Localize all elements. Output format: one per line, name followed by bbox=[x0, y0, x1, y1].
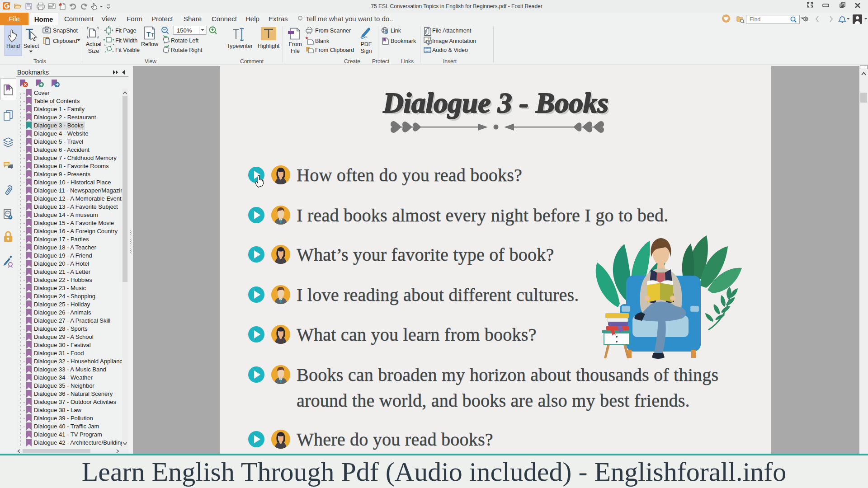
svg-text:Fit Page: Fit Page bbox=[115, 28, 137, 34]
svg-text:From Clipboard: From Clipboard bbox=[315, 47, 354, 53]
svg-text:From Scanner: From Scanner bbox=[315, 28, 351, 34]
svg-text:Audio & Video: Audio & Video bbox=[432, 47, 468, 53]
svg-text:File: File bbox=[291, 48, 300, 54]
svg-text:Hand: Hand bbox=[6, 43, 20, 49]
svg-text:T: T bbox=[146, 30, 151, 38]
svg-text:Reflow: Reflow bbox=[141, 41, 159, 47]
svg-text:File Attachment: File Attachment bbox=[432, 28, 472, 34]
svg-text:SnapShot: SnapShot bbox=[53, 28, 78, 34]
svg-text:150%: 150% bbox=[177, 27, 192, 34]
svg-text:Rotate Left: Rotate Left bbox=[171, 38, 199, 44]
svg-text:Size: Size bbox=[88, 48, 99, 54]
svg-text:Select: Select bbox=[24, 43, 39, 49]
svg-text:Fit Width: Fit Width bbox=[115, 38, 137, 44]
svg-text:Typewriter: Typewriter bbox=[226, 43, 253, 49]
svg-text:Find: Find bbox=[750, 16, 760, 23]
svg-text:Fit Visible: Fit Visible bbox=[115, 47, 140, 53]
svg-text:Clipboard: Clipboard bbox=[53, 38, 77, 44]
svg-text:From: From bbox=[288, 41, 302, 47]
svg-text:Blank: Blank bbox=[315, 38, 330, 44]
svg-text:Rotate Right: Rotate Right bbox=[171, 47, 203, 53]
svg-text:Actual: Actual bbox=[86, 41, 102, 47]
svg-text:PDF: PDF bbox=[361, 41, 372, 47]
svg-text:T: T bbox=[151, 32, 154, 38]
svg-text:Image Annotation: Image Annotation bbox=[432, 38, 476, 44]
svg-text:Bookmark: Bookmark bbox=[391, 38, 416, 44]
svg-text:Link: Link bbox=[391, 28, 401, 34]
svg-text:Highlight: Highlight bbox=[258, 43, 280, 49]
svg-text:Sign: Sign bbox=[360, 48, 372, 54]
